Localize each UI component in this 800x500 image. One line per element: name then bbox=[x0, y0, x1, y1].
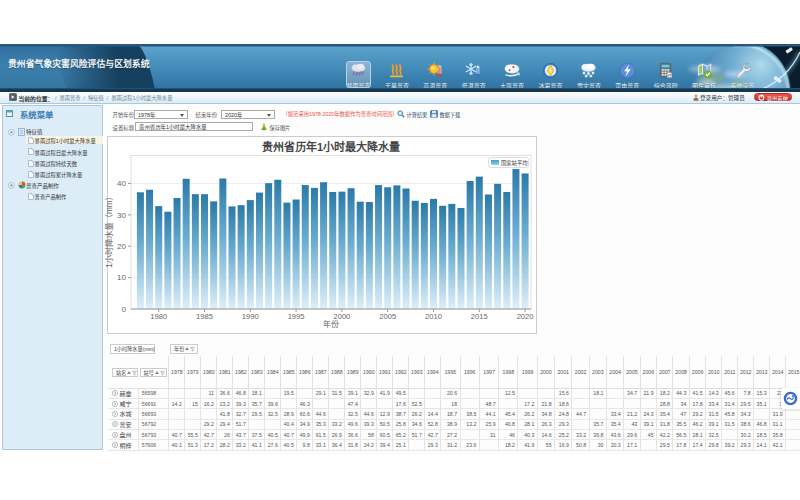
svg-text:0: 0 bbox=[122, 305, 127, 314]
svg-text:贵州省历年1小时最大降水量: 贵州省历年1小时最大降水量 bbox=[262, 140, 400, 153]
svg-text:1990: 1990 bbox=[242, 312, 259, 321]
svg-text:10: 10 bbox=[117, 273, 126, 282]
svg-text:年份: 年份 bbox=[323, 319, 339, 329]
svg-text:20: 20 bbox=[117, 242, 126, 251]
svg-text:2005: 2005 bbox=[379, 312, 396, 321]
svg-text:1985: 1985 bbox=[196, 312, 213, 321]
svg-text:国家站平均: 国家站平均 bbox=[501, 159, 528, 167]
svg-text:2020: 2020 bbox=[517, 312, 534, 321]
svg-text:1995: 1995 bbox=[288, 312, 305, 321]
svg-text:40: 40 bbox=[117, 179, 126, 188]
svg-text:1小时降水量（mm）: 1小时降水量（mm） bbox=[104, 192, 114, 268]
svg-text:1980: 1980 bbox=[150, 312, 167, 321]
svg-text:2015: 2015 bbox=[471, 312, 488, 321]
svg-text:30: 30 bbox=[117, 211, 126, 220]
svg-text:2010: 2010 bbox=[425, 312, 442, 321]
